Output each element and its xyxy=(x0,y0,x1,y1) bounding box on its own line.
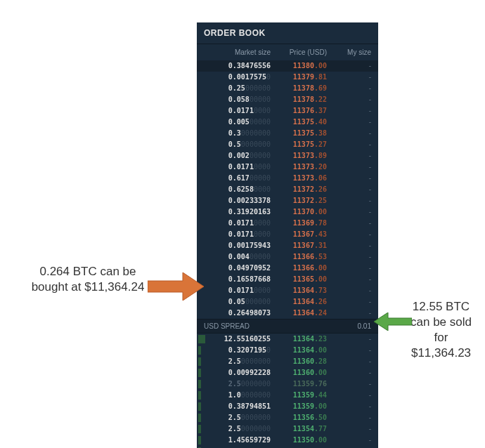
order-row[interactable]: 0.3000000011375.38- xyxy=(197,128,378,139)
cell-market-size: 0.00175943 xyxy=(204,241,271,251)
cell-market-size: 0.26498073 xyxy=(204,308,271,318)
cell-market-size: 0.62580000 xyxy=(204,185,271,195)
column-price: Price (USD) xyxy=(271,48,327,56)
order-row[interactable]: 0.2500000011378.69- xyxy=(197,83,378,94)
asks-list: 0.3847655611380.00-0.0017575011379.81-0.… xyxy=(197,60,378,319)
arrow-right-icon xyxy=(148,272,204,301)
order-row[interactable]: 0.0171000011373.20- xyxy=(197,162,378,173)
order-row[interactable]: 0.0171000011376.37- xyxy=(197,105,378,117)
order-row[interactable]: 0.2649807311364.24- xyxy=(197,308,378,319)
cell-my-size: - xyxy=(327,413,371,423)
cell-my-size: - xyxy=(327,173,371,183)
cell-price: 11380.00 xyxy=(271,61,327,71)
cell-my-size: - xyxy=(327,117,371,127)
cell-market-size: 0.16587668 xyxy=(204,275,271,284)
order-row[interactable]: 0.0580000011378.22- xyxy=(197,94,378,105)
cell-my-size: - xyxy=(327,252,371,262)
cell-market-size: 0.01710000 xyxy=(204,218,271,228)
order-row[interactable]: 0.0099222811360.00- xyxy=(197,367,378,378)
cell-my-size: - xyxy=(327,129,371,138)
order-row[interactable]: 0.6258000011372.26- xyxy=(197,184,378,195)
order-row[interactable]: 0.1658766811365.00- xyxy=(197,274,378,285)
spread-row: USD SPREAD 0.01 xyxy=(197,319,378,334)
order-row[interactable]: 0.3879485111359.00- xyxy=(197,401,378,412)
cell-market-size: 0.00992228 xyxy=(204,368,271,378)
cell-price: 11364.23 xyxy=(271,334,327,344)
order-row[interactable]: 1.0000000011359.44- xyxy=(197,390,378,401)
order-row[interactable]: 1.4565972911350.00- xyxy=(197,435,378,446)
cell-price: 11356.50 xyxy=(271,413,327,423)
annotation-sell: 12.55 BTC can be sold for $11,364.23 xyxy=(404,299,478,361)
order-row[interactable]: 0.0017575011379.81- xyxy=(197,72,378,83)
order-row[interactable]: 0.0171000011369.78- xyxy=(197,218,378,229)
order-row[interactable]: 12.5516025511364.23- xyxy=(197,334,378,345)
arrow-left-icon xyxy=(374,312,412,331)
order-row[interactable]: 0.3847655611380.00- xyxy=(197,60,378,72)
order-row[interactable]: 0.5000000011375.27- xyxy=(197,139,378,150)
cell-price: 11350.00 xyxy=(271,435,327,445)
cell-market-size: 0.25000000 xyxy=(204,84,271,93)
depth-bar xyxy=(198,402,201,411)
cell-price: 11366.00 xyxy=(271,263,327,273)
cell-market-size: 0.05800000 xyxy=(204,95,271,105)
cell-price: 11367.43 xyxy=(271,230,327,239)
cell-my-size: - xyxy=(327,207,371,217)
order-row[interactable]: 0.6170000011373.06- xyxy=(197,173,378,184)
order-row[interactable]: 0.3192016311370.00- xyxy=(197,206,378,218)
order-row[interactable]: 0.0171000011367.43- xyxy=(197,229,378,240)
cell-my-size: - xyxy=(327,162,371,172)
order-row[interactable]: 0.0050000011375.40- xyxy=(197,117,378,128)
cell-market-size: 0.38476556 xyxy=(204,61,271,71)
cell-my-size: - xyxy=(327,72,371,82)
cell-my-size: - xyxy=(327,61,371,71)
column-my-size: My size xyxy=(327,48,371,56)
order-row[interactable]: 2.5000000011354.77- xyxy=(197,423,378,435)
cell-market-size: 0.32071950 xyxy=(204,345,271,355)
depth-bar xyxy=(198,346,201,355)
cell-price: 11370.00 xyxy=(271,207,327,217)
cell-market-size: 2.50000000 xyxy=(204,424,271,434)
cell-price: 11366.53 xyxy=(271,252,327,262)
order-book-panel: ORDER BOOK Market size Price (USD) My si… xyxy=(197,22,378,448)
cell-price: 11354.77 xyxy=(271,424,327,434)
order-row[interactable]: 0.3207195011364.00- xyxy=(197,345,378,356)
cell-market-size: 0.00500000 xyxy=(204,117,271,127)
order-row[interactable]: 0.0497095211366.00- xyxy=(197,263,378,274)
order-row[interactable]: 2.5000000011360.28- xyxy=(197,356,378,367)
cell-market-size: 0.31920163 xyxy=(204,207,271,217)
cell-price: 11364.26 xyxy=(271,297,327,307)
order-row[interactable]: 0.0500000011364.26- xyxy=(197,296,378,308)
depth-bar xyxy=(198,380,201,388)
cell-my-size: - xyxy=(327,345,371,355)
cell-price: 11375.27 xyxy=(271,140,327,150)
cell-market-size: 2.50000000 xyxy=(204,379,271,389)
annotation-buy: 0.264 BTC can be bought at $11,364.24 xyxy=(25,264,151,295)
cell-price: 11364.73 xyxy=(271,286,327,296)
cell-market-size: 0.01710000 xyxy=(204,230,271,239)
cell-my-size: - xyxy=(327,95,371,105)
cell-price: 11372.26 xyxy=(271,185,327,195)
cell-market-size: 1.45659729 xyxy=(204,435,271,445)
order-row[interactable]: 0.0017594311367.31- xyxy=(197,240,378,251)
order-row[interactable]: 2.5000000011356.50- xyxy=(197,412,378,423)
cell-market-size: 0.05000000 xyxy=(204,297,271,307)
cell-market-size: 2.50000000 xyxy=(204,413,271,423)
order-row[interactable]: 0.0040000011366.53- xyxy=(197,251,378,263)
cell-market-size: 0.01710000 xyxy=(204,106,271,116)
cell-my-size: - xyxy=(327,424,371,434)
depth-bar xyxy=(198,335,205,343)
cell-price: 11360.00 xyxy=(271,368,327,378)
cell-market-size: 0.00200000 xyxy=(204,151,271,161)
cell-market-size: 12.55160255 xyxy=(204,334,271,344)
order-row[interactable]: 0.0020000011373.89- xyxy=(197,150,378,162)
cell-price: 11359.44 xyxy=(271,390,327,400)
cell-my-size: - xyxy=(327,402,371,411)
cell-my-size: - xyxy=(327,275,371,284)
cell-market-size: 2.50000000 xyxy=(204,357,271,367)
cell-my-size: - xyxy=(327,297,371,307)
order-row[interactable]: 0.0023337811372.25- xyxy=(197,195,378,206)
column-market-size: Market size xyxy=(204,48,271,56)
order-row[interactable]: 0.0171000011364.73- xyxy=(197,285,378,296)
cell-market-size: 1.00000000 xyxy=(204,390,271,400)
order-row[interactable]: 2.5000000011359.76- xyxy=(197,378,378,390)
